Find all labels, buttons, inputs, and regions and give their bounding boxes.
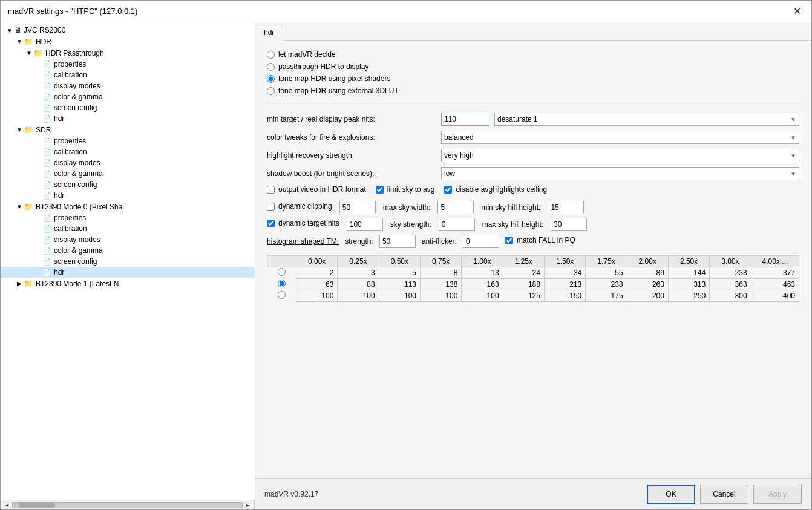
sidebar-item-sdr-folder[interactable]: ▼ 📁 SDR (1, 124, 255, 136)
sidebar-item-bt1-folder[interactable]: ▶ 📁 BT2390 Mode 1 (Latest N (1, 278, 255, 289)
sidebar-item-hdrpt-hdr[interactable]: 📄 hdr (1, 113, 255, 124)
doc-icon: 📄 (43, 159, 51, 167)
checkbox-input[interactable] (267, 203, 275, 211)
shadow-dropdown[interactable]: low ▼ (441, 167, 799, 180)
radio-input[interactable] (267, 87, 275, 95)
desaturate-dropdown[interactable]: desaturate 1 ▼ (494, 113, 799, 126)
output-hdr-checkbox[interactable]: output video in HDR format (267, 185, 366, 194)
scroll-track[interactable] (12, 502, 243, 508)
limit-sky-checkbox[interactable]: limit sky to avg (376, 185, 435, 194)
table-row-radio-cell[interactable] (267, 290, 296, 302)
sidebar-item-bt0-colorgamma[interactable]: 📄 color & gamma (1, 245, 255, 256)
radio-let-madvr[interactable]: let madVR decide (267, 50, 799, 59)
sky-strength-input[interactable] (439, 218, 475, 231)
ok-button[interactable]: OK (647, 485, 695, 504)
sidebar-item-hdrpt-calibration[interactable]: 📄 calibration (1, 70, 255, 80)
table-cell: 3 (338, 267, 379, 279)
scroll-thumb[interactable] (19, 503, 55, 508)
checkbox-input[interactable] (505, 237, 513, 244)
dynamic-clipping-checkbox[interactable]: dynamic clipping (267, 202, 332, 211)
scroll-left-arrow[interactable]: ◄ (2, 502, 12, 508)
table-row-radio-cell[interactable] (267, 279, 296, 290)
cancel-button[interactable]: Cancel (700, 485, 748, 504)
antiflicker-input[interactable] (463, 235, 499, 248)
main-window: madVR settings - "HTPC" (127.0.0.1) ✕ ▼ … (0, 0, 812, 510)
radio-input[interactable] (267, 63, 275, 71)
max-sky-width-input[interactable] (437, 201, 474, 214)
sidebar-item-sdr-calibration[interactable]: 📄 calibration (1, 146, 255, 157)
sidebar-item-bt0-screenconfig[interactable]: 📄 screen config (1, 256, 255, 267)
tab-hdr[interactable]: hdr (255, 25, 283, 41)
sidebar-item-hdr-folder[interactable]: ▼ 📁 HDR (1, 36, 255, 47)
sidebar-item-hdrpt-properties[interactable]: 📄 properties (1, 59, 255, 70)
max-sky-hill-input[interactable] (551, 218, 587, 231)
sidebar-item-bt0-calibration[interactable]: 📄 calibration (1, 223, 255, 234)
window-title: madVR settings - "HTPC" (127.0.0.1) (8, 7, 137, 16)
radio-input[interactable] (267, 51, 275, 59)
left-panel-wrapper: ▼ 🖥 JVC RS2000 ▼ 📁 HDR ▼ 📁 HDR Passthrou… (1, 22, 255, 509)
folder-icon: 📁 (24, 279, 33, 288)
table-cell: 377 (751, 267, 799, 279)
sidebar-item-hdrpt-displaymodes[interactable]: 📄 display modes (1, 80, 255, 91)
chevron-down-icon: ▼ (790, 171, 796, 177)
sidebar-item-hdrpt-screenconfig[interactable]: 📄 screen config (1, 102, 255, 113)
table-row-radio[interactable] (278, 268, 286, 276)
sidebar-item-bt0-properties[interactable]: 📄 properties (1, 212, 255, 223)
histogram-strength-input[interactable] (379, 235, 416, 248)
dynamic-clipping-input[interactable] (339, 201, 376, 214)
dynamic-target-checkbox[interactable]: dynamic target nits (267, 219, 339, 227)
highlight-dropdown[interactable]: very high ▼ (441, 149, 799, 162)
min-sky-hill-input[interactable] (548, 201, 584, 214)
sidebar-item-sdr-hdr[interactable]: 📄 hdr (1, 190, 255, 201)
sidebar-item-sdr-screenconfig[interactable]: 📄 screen config (1, 179, 255, 190)
radio-passthrough[interactable]: passthrough HDR to display (267, 62, 799, 71)
sidebar-item-bt0-displaymodes[interactable]: 📄 display modes (1, 234, 255, 245)
doc-icon: 📄 (43, 225, 51, 233)
table-cell: 144 (668, 267, 709, 279)
checkbox-input[interactable] (444, 186, 452, 194)
min-nits-input[interactable] (441, 113, 489, 126)
bottom-buttons: OK Cancel Apply (647, 485, 802, 504)
table-cell: 175 (586, 290, 627, 302)
checkbox-input[interactable] (267, 220, 275, 227)
table-header-9: 2.50x (668, 256, 709, 267)
table-header-3: 0.75x (420, 256, 461, 267)
checkbox-input[interactable] (267, 186, 275, 194)
checkbox-label: dynamic clipping (278, 202, 332, 211)
scroll-right-arrow[interactable]: ► (243, 502, 253, 508)
sidebar-item-hdrpt-colorgamma[interactable]: 📄 color & gamma (1, 91, 255, 102)
sidebar-item-label: screen config (54, 257, 97, 266)
dynamic-target-input[interactable] (347, 218, 383, 231)
folder-icon: 📁 (24, 37, 33, 46)
horizontal-scrollbar[interactable]: ◄ ► (1, 500, 254, 509)
table-row-radio[interactable] (278, 291, 286, 299)
sidebar-item-bt0-folder[interactable]: ▼ 📁 BT2390 Mode 0 (Pixel Sha (1, 201, 255, 212)
apply-button[interactable]: Apply (753, 485, 802, 504)
table-cell: 238 (586, 279, 627, 290)
table-row-radio[interactable] (278, 280, 286, 287)
table-cell: 113 (379, 279, 420, 290)
histogram-label[interactable]: histogram shaped TM: (267, 237, 339, 246)
table-row-radio-cell[interactable] (267, 267, 296, 279)
sidebar-item-jvc[interactable]: ▼ 🖥 JVC RS2000 (1, 25, 255, 36)
radio-external-3dlut[interactable]: tone map HDR using external 3DLUT (267, 87, 799, 95)
sidebar-item-sdr-properties[interactable]: 📄 properties (1, 136, 255, 146)
radio-input[interactable] (267, 75, 275, 83)
checkbox-label: dynamic target nits (278, 219, 339, 227)
color-tweaks-dropdown[interactable]: balanced ▼ (441, 131, 799, 144)
doc-icon: 📄 (43, 137, 51, 145)
table-header-11: 4.00x ... (751, 256, 799, 267)
sidebar-item-bt0-hdr[interactable]: 📄 hdr (1, 267, 255, 278)
doc-icon: 📄 (43, 82, 51, 90)
disable-avg-checkbox[interactable]: disable avgHighlights ceiling (444, 185, 547, 194)
radio-pixel-shaders[interactable]: tone map HDR using pixel shaders (267, 74, 799, 83)
sidebar-item-sdr-displaymodes[interactable]: 📄 display modes (1, 157, 255, 168)
match-fall-checkbox[interactable]: match FALL in PQ (505, 236, 575, 244)
close-button[interactable]: ✕ (790, 4, 804, 19)
sidebar-item-hdr-passthrough[interactable]: ▼ 📁 HDR Passthrough (1, 47, 255, 59)
sidebar-item-sdr-colorgamma[interactable]: 📄 color & gamma (1, 168, 255, 179)
doc-icon: 📄 (43, 247, 51, 255)
sidebar-item-label: calibration (54, 224, 87, 233)
checkbox-input[interactable] (376, 186, 384, 194)
min-nits-label: min target / real display peak nits: (267, 115, 436, 123)
